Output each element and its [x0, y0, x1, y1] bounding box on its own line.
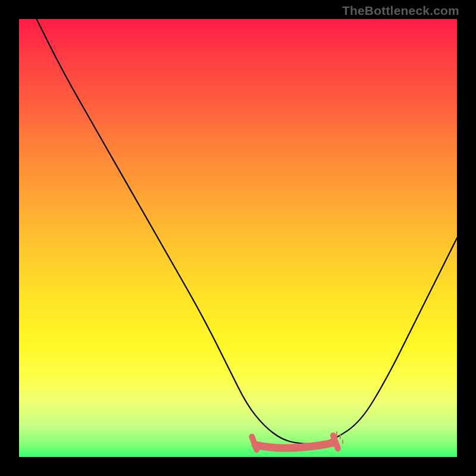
chart-frame: TheBottleneck.com	[0, 0, 476, 476]
watermark-text: TheBottleneck.com	[342, 4, 459, 18]
optimal-region-left-tick	[252, 437, 256, 450]
optimal-region-band	[255, 443, 334, 448]
chart-svg	[19, 19, 457, 457]
plot-area	[19, 19, 457, 457]
bottleneck-curve-path	[36, 19, 457, 444]
